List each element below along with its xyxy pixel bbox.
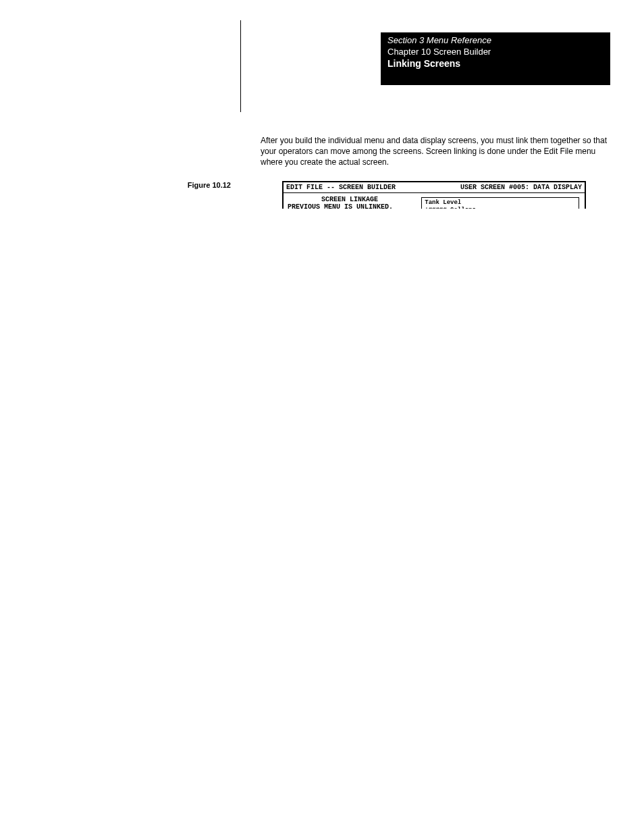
header-subhead: Linking Screens [387, 58, 603, 69]
screenshot-link-screens: EDIT FILE -- SCREEN BUILDER USER SCREEN … [282, 181, 586, 209]
header-section: Section 3 Menu Reference [387, 35, 603, 45]
header-block: Section 3 Menu Reference Chapter 10 Scre… [381, 32, 610, 85]
dos1-link-title: SCREEN LINKAGE [288, 196, 412, 203]
figure-label-1: Figure 10.12 [163, 181, 231, 189]
dos1-mini-display: Tank Level +##### Gallons ## % Full [421, 197, 579, 209]
header-chapter: Chapter 10 Screen Builder [387, 47, 603, 57]
dos1-link-line-0: PREVIOUS MENU IS UNLINKED. [288, 203, 412, 209]
intro-paragraph: After you build the individual menu and … [261, 135, 612, 168]
dos1-title-left: EDIT FILE -- SCREEN BUILDER [286, 184, 396, 191]
header-divider [240, 20, 241, 112]
dos1-title-right: USER SCREEN #005: DATA DISPLAY [460, 184, 582, 191]
page: Section 3 Menu Reference Chapter 10 Scre… [0, 0, 644, 209]
